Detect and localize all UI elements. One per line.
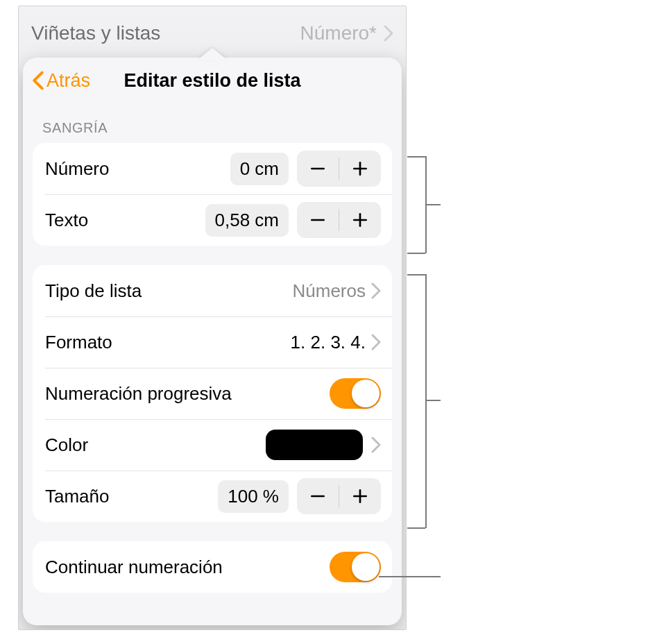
indent-number-increment[interactable] xyxy=(339,151,381,187)
minus-icon xyxy=(309,487,327,505)
parent-row-value: Número* xyxy=(300,22,393,44)
toggle-knob xyxy=(352,553,380,581)
list-type-value: Números xyxy=(293,280,366,302)
size-decrement[interactable] xyxy=(297,478,339,514)
callout-line xyxy=(407,253,425,254)
color-row[interactable]: Color xyxy=(33,419,392,471)
parent-row-title: Viñetas y listas xyxy=(31,22,160,44)
list-type-label: Tipo de lista xyxy=(45,280,142,302)
format-value: 1. 2. 3. 4. xyxy=(291,332,366,353)
parent-row-value-text: Número* xyxy=(300,22,377,44)
indent-text-label: Texto xyxy=(45,210,88,231)
nav-header: Atrás Editar estilo de lista xyxy=(23,58,402,103)
indent-number-value[interactable]: 0 cm xyxy=(230,153,289,185)
indent-group: Número 0 cm Texto 0,58 cm xyxy=(33,143,392,246)
indent-number-stepper xyxy=(297,151,381,187)
callout-line xyxy=(407,527,425,529)
size-row: Tamaño 100 % xyxy=(33,471,392,522)
continue-numbering-group: Continuar numeración xyxy=(33,541,392,593)
indent-text-increment[interactable] xyxy=(339,202,381,238)
indent-text-row: Texto 0,58 cm xyxy=(33,194,392,246)
back-label: Atrás xyxy=(46,70,90,92)
section-header-indent: SANGRÍA xyxy=(23,103,402,140)
progressive-numbering-toggle[interactable] xyxy=(330,378,381,409)
color-label: Color xyxy=(45,434,88,456)
continue-numbering-toggle[interactable] xyxy=(330,552,381,582)
continue-numbering-label: Continuar numeración xyxy=(45,557,223,578)
back-button[interactable]: Atrás xyxy=(33,70,90,92)
size-increment[interactable] xyxy=(339,478,381,514)
indent-number-row: Número 0 cm xyxy=(33,143,392,194)
minus-icon xyxy=(309,160,327,178)
callout-line xyxy=(379,576,441,577)
chevron-right-icon xyxy=(384,25,393,42)
callout-line xyxy=(425,274,427,528)
indent-text-value[interactable]: 0,58 cm xyxy=(205,204,289,237)
size-value[interactable]: 100 % xyxy=(218,480,289,513)
size-label: Tamaño xyxy=(45,486,110,507)
list-type-row[interactable]: Tipo de lista Números xyxy=(33,265,392,316)
callout-line xyxy=(407,156,425,158)
chevron-right-icon xyxy=(371,437,381,453)
progressive-numbering-label: Numeración progresiva xyxy=(45,383,232,405)
format-label: Formato xyxy=(45,332,112,353)
indent-number-decrement[interactable] xyxy=(297,151,339,187)
callout-line xyxy=(407,274,425,276)
plus-icon xyxy=(351,487,369,505)
indent-text-stepper xyxy=(297,202,381,238)
size-stepper xyxy=(297,478,381,514)
chevron-right-icon xyxy=(371,334,381,350)
continue-numbering-row: Continuar numeración xyxy=(33,541,392,593)
indent-text-decrement[interactable] xyxy=(297,202,339,238)
format-row[interactable]: Formato 1. 2. 3. 4. xyxy=(33,316,392,368)
inspector-frame: Viñetas y listas Número* Atrás Editar es… xyxy=(18,6,407,630)
callout-line xyxy=(425,204,441,205)
plus-icon xyxy=(351,211,369,229)
indent-number-label: Número xyxy=(45,158,109,180)
list-style-group: Tipo de lista Números Formato 1. 2. 3. 4… xyxy=(33,265,392,522)
toggle-knob xyxy=(352,380,380,407)
callout-line xyxy=(425,400,441,401)
minus-icon xyxy=(309,211,327,229)
chevron-right-icon xyxy=(371,282,381,299)
progressive-numbering-row: Numeración progresiva xyxy=(33,368,392,419)
edit-list-style-popover: Atrás Editar estilo de lista SANGRÍA Núm… xyxy=(23,58,402,625)
color-swatch xyxy=(266,430,363,460)
chevron-left-icon xyxy=(33,71,44,90)
plus-icon xyxy=(351,160,369,178)
